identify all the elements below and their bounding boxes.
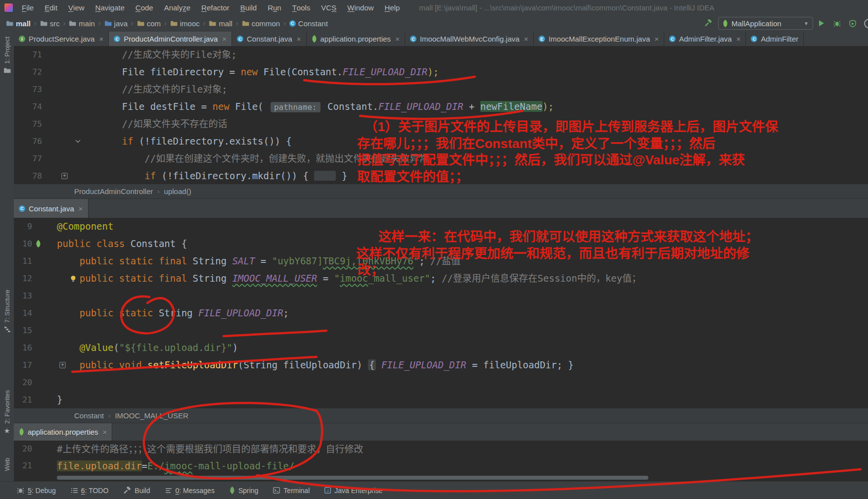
code-editor-productadmincontroller[interactable]: 71 //生成文件夹的File对象;72 File fileDirectory … xyxy=(14,46,868,184)
close-icon[interactable]: × xyxy=(395,35,400,43)
editor-breadcrumb-item[interactable]: IMOOC_MALL_USER xyxy=(115,411,188,420)
breadcrumb-item-src[interactable]: src xyxy=(39,19,61,28)
close-icon[interactable]: × xyxy=(297,35,301,43)
menu-item-edit[interactable]: Edit xyxy=(39,0,63,15)
menu-item-vcs[interactable]: VCS xyxy=(316,0,342,15)
code-segment: + xyxy=(463,101,480,112)
breadcrumb-item-mall[interactable]: mall xyxy=(5,19,32,28)
class-file-icon: C xyxy=(669,36,676,42)
code-segment: String xyxy=(153,307,198,318)
project-folder-icon xyxy=(6,20,13,26)
breadcrumb-item-mall[interactable]: mall xyxy=(208,19,233,28)
menu-item-code[interactable]: Code xyxy=(130,0,159,15)
hammer-icon xyxy=(123,487,131,495)
tab-imoocmallwebmvcconfig.java[interactable]: CImoocMallWebMvcConfig.java× xyxy=(405,32,534,46)
breadcrumb-item-imooc[interactable]: imooc xyxy=(169,19,201,28)
line-number: 16 xyxy=(14,339,32,356)
tab-adminfilter[interactable]: CAdminFilter xyxy=(746,32,804,46)
breadcrumb-item-main[interactable]: main xyxy=(68,19,96,28)
menu-item-refactor[interactable]: Refactor xyxy=(196,0,235,15)
breadcrumb-item-java[interactable]: java xyxy=(103,19,129,28)
star-icon: ★ xyxy=(4,427,10,434)
statusbar-item-terminal[interactable]: Terminal xyxy=(273,487,310,495)
code-segment: ); xyxy=(427,66,439,77)
close-icon[interactable]: × xyxy=(222,35,227,43)
editor-breadcrumb-item[interactable]: Constant xyxy=(74,411,104,420)
code-line-9: 9@Component xyxy=(14,218,868,235)
editor-tab-bar-middle: CConstant.java× xyxy=(14,199,868,218)
code-editor-constant[interactable]: 9@Component10public class Constant {11 p… xyxy=(14,218,868,408)
run-button[interactable] xyxy=(814,17,828,30)
fold-expand-icon[interactable]: + xyxy=(61,167,68,184)
breadcrumb-item-common[interactable]: common xyxy=(241,19,281,28)
menu-item-tools[interactable]: Tools xyxy=(287,0,316,15)
line-number: 72 xyxy=(14,63,42,81)
tool-window-button-structure[interactable]: 7: Structure xyxy=(0,290,14,333)
tool-window-button-web[interactable]: Web xyxy=(0,458,14,471)
code-segment: //如果在创建这个文件夹时，创建失败，就抛出文件夹创建失败异常 xyxy=(77,153,428,164)
tab-productadmincontroller.java[interactable]: CProductAdminController.java× xyxy=(109,32,232,46)
menu-item-view[interactable]: View xyxy=(63,0,90,15)
menu-item-window[interactable]: Window xyxy=(342,0,379,15)
tab-constant.java[interactable]: CConstant.java× xyxy=(14,199,89,218)
horizontal-scrollbar xyxy=(14,474,868,481)
code-segment xyxy=(77,170,144,181)
tab-imoocmallexceptionenum.java[interactable]: EImoocMallExceptionEnum.java× xyxy=(534,32,664,46)
tool-window-button-project[interactable]: 1: Project xyxy=(0,37,14,73)
close-icon[interactable]: × xyxy=(103,428,107,436)
code-segment: _mall_user" xyxy=(368,273,430,284)
statusbar-item-messages[interactable]: 0: Messages xyxy=(165,487,215,495)
statusbar-item-build[interactable]: Build xyxy=(123,487,150,495)
code-editor-application-properties[interactable]: 20#上传文件的路径；；；这个需要根据我们项目的部署情况和要求，自行修改21fi… xyxy=(14,441,868,474)
breadcrumb-label: imooc xyxy=(180,19,200,28)
class-file-icon: C xyxy=(751,36,757,42)
editor-breadcrumb-item[interactable]: upload() xyxy=(164,187,191,196)
line-number: 21 xyxy=(14,391,32,408)
close-icon[interactable]: × xyxy=(79,204,83,213)
code-segment xyxy=(57,359,80,370)
run-configuration-select[interactable]: MallApplication ▼ xyxy=(718,17,813,30)
tab-productservice.java[interactable]: IProductService.java× xyxy=(14,32,109,46)
scrollbar-thumb[interactable] xyxy=(57,476,648,480)
menu-item-run[interactable]: Run xyxy=(262,0,287,15)
statusbar-item-spring[interactable]: Spring xyxy=(229,487,258,495)
tab-application.properties[interactable]: application.properties× xyxy=(307,32,405,46)
breadcrumb-separator: › xyxy=(157,188,159,195)
debug-button[interactable] xyxy=(830,17,844,30)
statusbar-item-debug[interactable]: 5: Debug xyxy=(17,487,56,495)
list-icon xyxy=(71,488,78,494)
code-segment: (!fileDirectory.exists()) { xyxy=(133,136,291,147)
tab-constant.java[interactable]: CConstant.java× xyxy=(232,32,307,46)
editor-breadcrumb-item[interactable]: ProductAdminController xyxy=(74,187,153,196)
tool-window-label: Web xyxy=(3,458,11,471)
run-with-coverage-button[interactable] xyxy=(846,17,860,30)
tool-window-label: 7: Structure xyxy=(3,290,11,323)
menu-item-analyze[interactable]: Analyze xyxy=(159,0,196,15)
editor-tab-bar-top: IProductService.java×CProductAdminContro… xyxy=(14,32,868,47)
close-icon[interactable]: × xyxy=(524,35,528,43)
statusbar-item-todo[interactable]: 6: TODO xyxy=(71,487,109,495)
class-file-icon: C xyxy=(237,36,243,42)
profiler-button[interactable] xyxy=(862,17,868,30)
tab-adminfilter.java[interactable]: CAdminFilter.java× xyxy=(664,32,746,46)
tab-application.properties[interactable]: application.properties× xyxy=(14,423,112,441)
menu-item-help[interactable]: Help xyxy=(379,0,406,15)
breadcrumb-item-Constant[interactable]: CConstant xyxy=(288,19,329,28)
close-icon[interactable]: × xyxy=(654,35,659,43)
menu-item-build[interactable]: Build xyxy=(235,0,262,15)
spring-boot-icon xyxy=(723,19,728,28)
breadcrumb-separator: › xyxy=(98,19,101,27)
statusbar-item-javaenterprise[interactable]: JJava Enterprise xyxy=(324,487,382,495)
tool-window-button-favorites[interactable]: 2: Favorites★ xyxy=(0,390,14,434)
breadcrumb-label: java xyxy=(114,19,128,28)
build-hammer-icon[interactable] xyxy=(701,17,715,30)
code-segment: //生成文件的File对象; xyxy=(77,84,228,95)
tool-window-label: 2: Favorites xyxy=(3,390,11,424)
close-icon[interactable]: × xyxy=(736,35,741,43)
menu-item-file[interactable]: File xyxy=(16,0,39,15)
breadcrumb-item-com[interactable]: com xyxy=(136,19,162,28)
menu-item-navigate[interactable]: Navigate xyxy=(90,0,130,15)
close-icon[interactable]: × xyxy=(99,35,103,43)
code-segment: if xyxy=(144,170,156,181)
tab-label: Constant.java xyxy=(29,204,74,213)
